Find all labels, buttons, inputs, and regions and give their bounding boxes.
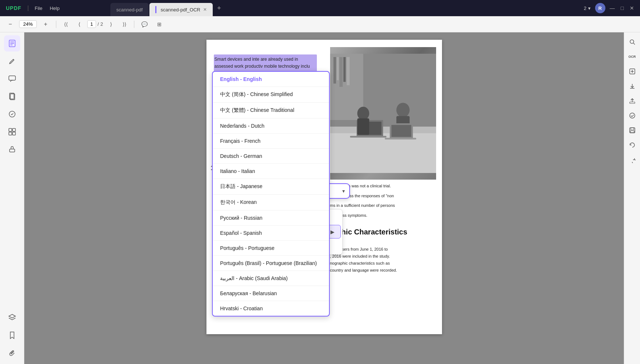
right-search-button[interactable]: [626, 35, 639, 49]
lang-item-nl[interactable]: Nederlands - Dutch: [213, 119, 329, 134]
tab-ocr-label: scanned-pdf_OCR: [161, 7, 201, 13]
sidebar-item-attachment[interactable]: [4, 345, 20, 361]
sidebar-item-organize[interactable]: [4, 124, 20, 140]
title-sep: |: [27, 5, 29, 11]
svg-point-32: [630, 40, 634, 43]
sidebar-item-comment[interactable]: [4, 71, 20, 87]
svg-rect-9: [13, 128, 15, 131]
minimize-button[interactable]: —: [610, 5, 615, 11]
right-recognize-button[interactable]: [626, 65, 639, 78]
file-menu[interactable]: File: [35, 6, 42, 11]
lang-item-es[interactable]: Español - Spanish: [213, 226, 329, 241]
new-tab-button[interactable]: +: [213, 3, 224, 14]
right-share-button[interactable]: [626, 94, 639, 107]
nav-first-button[interactable]: ⟨⟨: [61, 19, 71, 29]
right-undo-button[interactable]: [626, 138, 639, 152]
svg-point-37: [630, 113, 635, 118]
svg-point-27: [396, 103, 410, 117]
page-display: / 2: [87, 20, 103, 28]
sidebar-item-edit[interactable]: [4, 106, 20, 122]
lang-item-pt[interactable]: Português - Portuguese: [213, 241, 329, 256]
svg-rect-36: [630, 102, 635, 103]
lang-item-it[interactable]: Italiano - Italian: [213, 164, 329, 179]
toolbar-separator-1: [56, 21, 56, 28]
language-dropdown[interactable]: 3. English - English中文 (简体) - Chinese Si…: [212, 71, 330, 317]
zoom-out-button[interactable]: −: [4, 18, 16, 30]
tab-scanned-pdf[interactable]: scanned-pdf: [110, 3, 149, 16]
right-download-button[interactable]: [626, 79, 639, 93]
sidebar-item-reader[interactable]: [4, 35, 20, 52]
zoom-input[interactable]: [19, 20, 37, 28]
svg-rect-26: [357, 119, 369, 135]
lang-item-zh-s[interactable]: 中文 (简体) - Chinese Simplified: [213, 87, 329, 103]
svg-rect-4: [9, 76, 15, 80]
pdf-right-text-4: re or less symptoms.: [330, 212, 436, 219]
tab-bar: scanned-pdf scanned-pdf_OCR ✕ +: [110, 0, 224, 16]
svg-point-25: [357, 107, 369, 120]
sidebar-item-stamp[interactable]: [4, 141, 20, 158]
help-menu[interactable]: Help: [50, 6, 60, 11]
sidebar-item-pages[interactable]: [4, 88, 20, 105]
lang-item-en[interactable]: English - English: [213, 72, 329, 87]
svg-rect-12: [10, 149, 15, 152]
svg-rect-8: [9, 128, 12, 131]
photo-inner: [330, 47, 436, 180]
avatar[interactable]: R: [595, 3, 605, 13]
close-button[interactable]: ✕: [630, 5, 634, 11]
lang-item-pt-br[interactable]: Português (Brasil) - Portuguese (Brazili…: [213, 256, 329, 271]
layout-button[interactable]: ⊞: [153, 18, 165, 30]
right-ocr-button[interactable]: OCR: [626, 50, 639, 63]
svg-rect-30: [391, 125, 411, 137]
nav-next-button[interactable]: ⟩: [106, 19, 116, 29]
sidebar-item-annotate[interactable]: [4, 53, 20, 69]
svg-rect-17: [339, 57, 343, 87]
lang-item-de[interactable]: Deutsch - German: [213, 149, 329, 164]
comment-mode-button[interactable]: 💬: [139, 18, 151, 30]
lang-item-ja[interactable]: 日本語 - Japanese: [213, 179, 329, 195]
main-layout: 1. Smart devices and inte are already us…: [0, 32, 640, 364]
pdf-right-text-3: ms in a sufficient number of persons: [330, 202, 436, 209]
zoom-in-button[interactable]: +: [40, 18, 52, 30]
lang-item-be[interactable]: Беларуская - Belarusian: [213, 286, 329, 301]
page-total: 2: [100, 21, 103, 27]
tab-close-button[interactable]: ✕: [203, 7, 207, 12]
right-redo-button[interactable]: [626, 153, 639, 166]
nav-prev-button[interactable]: ⟨: [74, 19, 84, 29]
lang-item-zh-t[interactable]: 中文 (繁體) - Chinese Traditional: [213, 103, 329, 119]
tab-active-stripe: [155, 6, 156, 13]
right-check-button[interactable]: [626, 109, 639, 122]
title-bar: UPDF | File Help scanned-pdf scanned-pdf…: [0, 0, 640, 16]
pdf-meeting-photo: [330, 47, 436, 180]
pdf-right-body: utive users from June 1, 2016 to , 2016 …: [330, 239, 436, 273]
svg-rect-31: [385, 138, 416, 140]
app-logo: UPDF: [6, 5, 21, 11]
sidebar-item-layers[interactable]: [4, 310, 20, 326]
title-nav: File Help: [35, 6, 60, 11]
ai-toolbar-dropdown-arrow[interactable]: ▾: [342, 188, 345, 194]
svg-rect-24: [350, 136, 386, 138]
lang-item-ru[interactable]: Русский - Russian: [213, 211, 329, 226]
sidebar-item-bookmark[interactable]: [4, 327, 20, 343]
lang-item-hr[interactable]: Hrvatski - Croatian: [213, 301, 329, 316]
right-save-button[interactable]: [626, 124, 639, 137]
svg-rect-15: [333, 57, 336, 84]
right-sidebar: OCR: [624, 32, 640, 364]
zoom-display: [19, 20, 37, 28]
nav-last-button[interactable]: ⟩⟩: [119, 19, 130, 29]
ctx-translate-arrow: ▶: [330, 229, 335, 235]
tab-count: 2 ▾: [584, 6, 590, 11]
page-input[interactable]: [87, 20, 96, 28]
lang-item-fr[interactable]: Français - French: [213, 134, 329, 149]
svg-rect-39: [631, 128, 634, 130]
lang-item-ar[interactable]: العربية - Arabic (Saudi Arabia): [213, 271, 329, 286]
svg-rect-40: [630, 131, 634, 132]
window-controls: — □ ✕: [610, 5, 634, 11]
toolbar-separator-2: [134, 21, 134, 28]
tab-scanned-pdf-ocr[interactable]: scanned-pdf_OCR ✕: [149, 3, 213, 16]
left-sidebar: [0, 32, 24, 364]
lang-item-ko[interactable]: 한국어 - Korean: [213, 195, 329, 211]
content-area: 1. Smart devices and inte are already us…: [24, 32, 624, 364]
svg-rect-16: [337, 57, 339, 80]
page-sep: /: [98, 21, 99, 27]
maximize-button[interactable]: □: [621, 5, 624, 11]
